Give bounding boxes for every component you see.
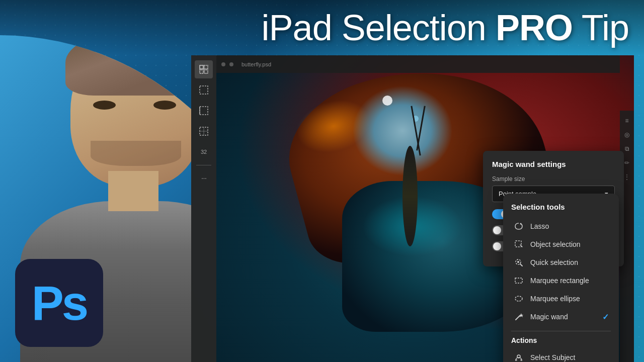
tool-quick-selection[interactable]: Quick selection [511, 253, 611, 272]
quick-selection-label: Quick selection [530, 258, 578, 266]
tool-marquee-ellipse[interactable]: Marquee ellipse [511, 290, 611, 308]
toolbar-selection-icon[interactable] [195, 122, 213, 140]
svg-rect-14 [515, 278, 522, 283]
svg-point-17 [515, 359, 517, 361]
page-title: iPad Selection PRO Tip [262, 7, 629, 48]
toolbar-number-icon[interactable]: 32 [195, 143, 213, 161]
photoshop-logo: Ps [15, 259, 103, 347]
toolbar-more-icon[interactable]: ··· [195, 169, 213, 188]
person-neck [108, 171, 158, 211]
svg-rect-2 [200, 70, 203, 73]
svg-point-15 [515, 296, 522, 301]
lasso-label: Lasso [530, 222, 549, 230]
ps-logo-text: Ps [32, 276, 87, 331]
marquee-rectangle-icon [513, 275, 524, 286]
butterfly-wing-highlight [352, 85, 453, 176]
tool-select-subject[interactable]: Select Subject [511, 348, 611, 362]
wing-dot-1 [382, 96, 392, 106]
selection-tools-header: Selection tools [511, 203, 611, 211]
toolbar-marquee-icon[interactable] [195, 81, 213, 99]
tool-marquee-rectangle[interactable]: Marquee rectangle [511, 272, 611, 290]
object-selection-icon [513, 239, 524, 250]
person-eye-left [93, 101, 116, 110]
marquee-rectangle-label: Marquee rectangle [530, 277, 589, 285]
right-sidebar-layers-icon[interactable]: ⧉ [622, 144, 632, 154]
lasso-icon [513, 221, 524, 232]
select-subject-icon [513, 352, 524, 362]
object-selection-label: Object selection [530, 240, 581, 248]
toolbar-move-icon[interactable] [195, 60, 213, 78]
topbar-dot-1 [221, 62, 225, 66]
magic-wand-icon [513, 311, 524, 322]
svg-rect-4 [200, 86, 208, 94]
svg-point-18 [520, 359, 522, 361]
butterfly-body [403, 146, 418, 246]
title-normal: iPad Selection [262, 8, 496, 48]
toggle-knob-3 [493, 242, 501, 250]
magic-wand-check-icon: ✓ [602, 312, 609, 322]
tool-lasso[interactable]: Lasso [511, 217, 611, 235]
magic-wand-label: Magic wand [530, 313, 568, 321]
title-suffix: Tip [573, 8, 629, 48]
svg-rect-11 [515, 241, 521, 247]
svg-point-10 [520, 223, 522, 225]
magic-wand-panel-title: Magic wand settings [492, 160, 615, 168]
marquee-ellipse-icon [513, 293, 524, 304]
right-sidebar-eye-icon[interactable]: ◎ [622, 130, 632, 140]
selection-tools-panel: Selection tools Lasso Object selection Q… [503, 194, 619, 362]
sample-size-label: Sample size [492, 175, 615, 183]
toolbar-separator [196, 165, 211, 165]
tool-magic-wand[interactable]: Magic wand ✓ [511, 308, 611, 326]
actions-header: Actions [511, 336, 611, 344]
svg-rect-5 [200, 107, 208, 115]
marquee-ellipse-label: Marquee ellipse [530, 295, 580, 303]
person-mouth-area [91, 141, 181, 166]
ps-toolbar: 32 ··· [191, 55, 216, 362]
top-title-bar: iPad Selection PRO Tip [0, 0, 644, 55]
toggle-knob-2 [493, 226, 501, 234]
svg-rect-1 [204, 65, 208, 69]
svg-point-13 [517, 261, 519, 263]
topbar-dot-2 [229, 62, 233, 66]
canvas-topbar: butterfly.psd [216, 55, 620, 73]
right-sidebar-menu-icon[interactable]: ≡ [622, 116, 632, 126]
tool-object-selection[interactable]: Object selection [511, 235, 611, 253]
title-bold: PRO [496, 8, 573, 48]
person-eye-right [153, 101, 176, 110]
svg-rect-0 [200, 65, 203, 69]
topbar-label: butterfly.psd [242, 61, 271, 67]
quick-selection-icon [513, 257, 524, 268]
canvas-area[interactable]: butterfly.psd 32 ··· ≡ ◎ ⧉ ✏ ⋮ Magic wan… [191, 55, 634, 362]
section-divider [511, 331, 611, 331]
toolbar-lasso-icon[interactable] [195, 102, 213, 120]
select-subject-label: Select Subject [530, 353, 576, 361]
svg-rect-3 [204, 70, 208, 73]
